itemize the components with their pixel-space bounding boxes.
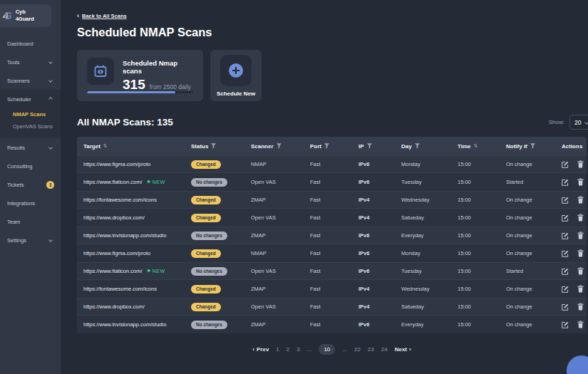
table-row[interactable]: https://www.figma.com/proto⚑ Changed NMA… [77,155,587,173]
filter-icon[interactable] [324,143,329,149]
plus-circle-icon[interactable] [220,55,252,86]
sidebar-item-scheduler[interactable]: Scheduler [0,90,61,108]
filter-icon[interactable] [211,143,216,149]
table-row[interactable]: https://fontawesome.com/icons⚑ Changed Z… [77,280,587,298]
target-url[interactable]: https://www.invisionapp.com/studio [83,321,166,328]
scanner-value: ZMAP [251,197,310,203]
page-button-current[interactable]: 10 [319,344,335,355]
filter-icon[interactable] [415,143,420,149]
chevron-down-icon [585,120,588,125]
sort-icon[interactable]: ⇅ [474,143,478,149]
table-row[interactable]: https://www.flaticon.com/⚑NEW No changes… [77,173,587,191]
delete-icon[interactable] [577,285,584,293]
day-value: Wednesday [401,286,458,292]
next-button[interactable]: Next› [395,346,411,353]
page-button-24[interactable]: 24 [381,346,388,353]
scanner-value: Open VAS [251,268,310,274]
column-header-port[interactable]: Port [310,143,359,150]
target-url[interactable]: https://www.flaticon.com/ [83,179,143,185]
delete-icon[interactable] [577,267,584,275]
target-url[interactable]: https://www.flaticon.com/ [83,268,143,274]
target-url[interactable]: https://fontawesome.com/icons [83,286,157,292]
target-url[interactable]: https://www.figma.com/proto [83,161,150,167]
sidebar-item-tickets[interactable]: Tickets3 [0,175,61,194]
edit-icon[interactable] [562,303,569,311]
table-row[interactable]: https://www.invisionapp.com/studio⚑ No c… [77,227,587,244]
sidebar-item-dashboard[interactable]: Dashboard [0,34,61,53]
edit-icon[interactable] [562,214,569,222]
target-url[interactable]: https://www.figma.com/proto [83,250,150,256]
page-button-2[interactable]: 2 [287,346,289,353]
notify-value: On change [506,286,562,292]
port-value: Fast [310,179,359,185]
edit-icon[interactable] [562,321,569,328]
ip-value: IPv4 [359,197,401,203]
filter-icon[interactable] [277,143,282,149]
target-url[interactable]: https://www.dropbox.com/ [83,303,145,310]
table-row[interactable]: https://www.dropbox.com/⚑ Changed Open V… [77,209,587,227]
page-button-23[interactable]: 23 [368,346,374,353]
column-header-notify-if[interactable]: Notify if [506,143,562,150]
target-url[interactable]: https://www.dropbox.com/ [83,214,145,221]
chevron-down-icon [48,78,53,83]
prev-button[interactable]: ‹Prev [252,346,269,353]
column-header-time[interactable]: Time⇅ [458,143,506,150]
delete-icon[interactable] [577,214,584,222]
edit-icon[interactable] [562,268,569,275]
table-row[interactable]: https://fontawesome.com/icons⚑ Changed Z… [77,191,587,209]
scheduler-submenu: Scheduler NMAP Scans OpenVAS Scans [0,90,61,138]
target-url[interactable]: https://fontawesome.com/icons [83,197,157,203]
sidebar-item-consulting[interactable]: Consulting [0,157,61,175]
edit-icon[interactable] [562,232,569,239]
back-link[interactable]: ‹ Back to All Scans [77,0,127,19]
delete-icon[interactable] [577,249,584,257]
schedule-new-card[interactable]: Schedule New [210,50,262,101]
delete-icon[interactable] [577,196,584,204]
day-value: Wednesday [401,197,458,203]
column-header-status[interactable]: Status [191,143,251,150]
sidebar-item-settings[interactable]: Settings [0,231,61,249]
brand-logo[interactable]: 4G Cyb4Guard [0,4,51,27]
scanner-value: NMAP [251,161,310,167]
status-badge: Changed [191,303,221,311]
sidebar-item-tools[interactable]: Tools [0,53,61,71]
delete-icon[interactable] [577,232,584,239]
time-value: 15:00 [458,197,506,203]
page-button-1[interactable]: 1 [276,346,279,353]
status-badge: No changes [191,232,227,240]
sort-icon[interactable]: ⇅ [103,143,108,149]
page-button-22[interactable]: 22 [354,346,361,353]
sidebar-item-results[interactable]: Results [0,138,61,157]
delete-icon[interactable] [577,321,584,328]
page-button-3[interactable]: 3 [296,346,299,353]
table-row[interactable]: https://www.flaticon.com/⚑NEW No changes… [77,262,587,280]
edit-icon[interactable] [562,179,569,186]
pagination-ellipsis: ... [342,346,347,353]
column-header-target[interactable]: Target⇅ [83,143,191,150]
target-url[interactable]: https://www.invisionapp.com/studio [83,232,166,239]
calendar-icon [87,58,114,85]
table-row[interactable]: https://www.figma.com/proto⚑ Changed NMA… [77,244,587,262]
delete-icon[interactable] [577,178,584,186]
sidebar-item-team[interactable]: Team [0,212,61,231]
delete-icon[interactable] [577,303,584,311]
edit-icon[interactable] [562,197,569,204]
table-row[interactable]: https://www.invisionapp.com/studio⚑ No c… [77,316,587,333]
sidebar-item-nmap-scans[interactable]: NMAP Scans [0,108,61,120]
sidebar-item-openvas-scans[interactable]: OpenVAS Scans [0,120,61,133]
sidebar-item-scanners[interactable]: Scanners [0,71,61,90]
status-badge: No changes [191,321,227,329]
edit-icon[interactable] [562,161,569,168]
column-header-ip[interactable]: IP [359,143,401,150]
edit-icon[interactable] [562,250,569,257]
column-header-scanner[interactable]: Scanner [251,143,310,150]
delete-icon[interactable] [577,160,584,168]
filter-icon[interactable] [530,143,535,149]
sidebar-item-integrations[interactable]: Integrations [0,194,61,212]
page-size-select[interactable]: 20 [569,115,588,130]
edit-icon[interactable] [562,286,569,293]
scanner-value: ZMAP [251,232,310,239]
column-header-day[interactable]: Day [401,143,458,150]
table-row[interactable]: https://www.dropbox.com/⚑ Changed Open V… [77,298,587,316]
filter-icon[interactable] [367,143,372,149]
